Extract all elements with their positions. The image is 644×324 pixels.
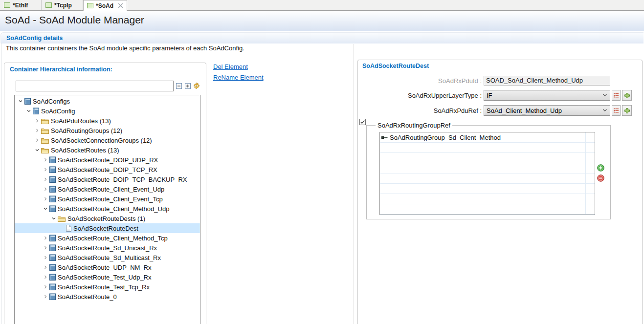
chevron-right-icon[interactable]	[43, 255, 48, 260]
routing-group-ref-list[interactable]: SoAdRoutingGroup_Sd_Client_Method	[379, 132, 595, 215]
tree-item[interactable]: SoAdSocketRoute_Test_Udp_Rx	[15, 272, 200, 282]
chevron-right-icon[interactable]	[43, 275, 48, 280]
chevron-down-icon[interactable]	[34, 148, 40, 152]
tree-item[interactable]: SoAdSocketRoute_DOIP_TCP_RX	[15, 165, 200, 174]
tree-item[interactable]: SoAdSocketRoute_0	[15, 292, 200, 302]
routing-group-list-empty-row[interactable]	[380, 194, 595, 204]
chevron-right-icon[interactable]	[43, 284, 48, 289]
list-select-button[interactable]	[612, 90, 621, 101]
chevron-down-icon[interactable]	[51, 216, 57, 221]
routing-group-list-empty-row[interactable]	[380, 163, 595, 173]
routing-group-list-item[interactable]: SoAdRoutingGroup_Sd_Client_Method	[380, 132, 595, 143]
module-icon	[49, 244, 56, 251]
hierarchy-panel-title: Container Hierarchical information:	[10, 66, 112, 73]
tree-item[interactable]: SoAdSocketRoute_DOIP_UDP_RX	[15, 155, 200, 165]
editor-tabbar: *EthIf*TcpIp*SoAd	[0, 0, 644, 11]
list-select-button[interactable]	[612, 105, 621, 116]
chevron-right-icon[interactable]	[34, 138, 40, 143]
section-header: SoAdConfig details	[0, 32, 644, 43]
editor-title-bar: SoAd - SoAd Module Manager	[0, 11, 644, 31]
tree-item[interactable]: SoAdSocketRoute_Client_Method_Udp	[15, 204, 200, 214]
soadrxpduref-dropdown[interactable]: SoAd_Client_Method_Udp	[484, 105, 610, 116]
tree-item[interactable]: SoAdConfigs	[15, 96, 200, 106]
panel-separator	[354, 44, 354, 324]
tree-item[interactable]: SoAdSocketRoutes (13)	[15, 145, 200, 155]
tree-item[interactable]: SoAdSocketRouteDest	[15, 223, 200, 233]
tree-item[interactable]: SoAdPduRoutes (13)	[15, 116, 200, 126]
tree-item[interactable]: SoAdRoutingGroups (12)	[15, 126, 200, 135]
routing-group-list-empty-row[interactable]	[380, 143, 595, 153]
tree-item-label: SoAdSocketRoute_Client_Method_Udp	[58, 205, 169, 213]
add-button[interactable]	[622, 105, 632, 116]
expand-all-icon[interactable]	[184, 83, 191, 89]
tree-item-label: SoAdSocketRoutes (13)	[51, 147, 119, 154]
tree-item[interactable]: SoAdSocketRoute_Client_Method_Tcp	[15, 233, 200, 243]
collapse-all-icon[interactable]	[176, 83, 182, 89]
tree-item[interactable]: SoAdSocketRoute_Test_Tcp_Rx	[15, 282, 200, 292]
add-reference-button[interactable]	[597, 164, 604, 172]
tab-label: *SoAd	[96, 2, 113, 9]
chevron-down-icon[interactable]	[43, 206, 48, 211]
tree-item[interactable]: SoAdSocketRoute_Sd_Unicast_Rx	[15, 243, 200, 253]
routing-group-list-empty-row[interactable]	[380, 153, 595, 163]
chevron-right-icon[interactable]	[43, 177, 48, 182]
details-panel: SoAdSocketRouteDest SoAdRxPduId : SOAD_S…	[357, 60, 643, 324]
chevron-down-icon[interactable]	[26, 108, 32, 113]
rename-element-link[interactable]: ReName Element	[213, 74, 264, 81]
tree-item[interactable]: SoAdSocketRoute_Client_Event_Udp	[15, 184, 200, 194]
field-row-soadrxpduid: SoAdRxPduId : SOAD_SoAd_Client_Method_Ud…	[358, 76, 610, 86]
folder-icon	[41, 137, 49, 144]
details-panel-title: SoAdSocketRouteDest	[362, 63, 429, 69]
chevron-right-icon[interactable]	[34, 128, 40, 133]
tree-item-label: SoAdSocketRouteDest	[73, 225, 138, 232]
tree-item[interactable]: SoAdSocketRoute_Client_Event_Tcp	[15, 194, 200, 204]
routing-group-list-empty-row[interactable]	[380, 173, 595, 184]
field-label: SoAdRxPduRef :	[358, 107, 482, 114]
module-icon	[49, 186, 56, 193]
tree-item[interactable]: SoAdSocketRoute_Sd_Multicast_Rx	[15, 253, 200, 262]
del-element-link[interactable]: Del Element	[213, 63, 248, 70]
module-icon	[49, 195, 56, 202]
tab-ethif[interactable]: *EthIf	[0, 0, 42, 10]
module-icon	[49, 293, 56, 300]
tab-soad[interactable]: *SoAd	[83, 0, 127, 11]
chevron-right-icon[interactable]	[43, 196, 48, 201]
chevron-right-icon[interactable]	[43, 245, 48, 250]
folder-icon	[41, 147, 49, 153]
tree-filter-input[interactable]	[16, 81, 174, 91]
routing-group-checkbox[interactable]	[359, 119, 366, 125]
close-icon[interactable]	[118, 3, 123, 8]
dropdown-chevron-icon	[602, 109, 607, 112]
module-icon	[49, 176, 56, 183]
chevron-right-icon[interactable]	[43, 294, 48, 299]
chevron-right-icon[interactable]	[43, 236, 48, 240]
routing-group-list-empty-row[interactable]	[380, 184, 595, 194]
module-icon	[49, 156, 56, 163]
tree-item[interactable]: SoAdSocketRoute_UDP_NM_Rx	[15, 262, 200, 272]
field-row-soadrxpduref: SoAdRxPduRef : SoAd_Client_Method_Udp	[358, 105, 632, 116]
tab-module-icon	[45, 2, 52, 8]
remove-reference-button[interactable]	[597, 174, 604, 182]
field-row-soadrxupperlayertype: SoAdRxUpperLayerType : IF	[358, 90, 632, 101]
chevron-down-icon[interactable]	[18, 99, 23, 104]
dropdown-value: SoAd_Client_Method_Udp	[487, 107, 562, 114]
chevron-right-icon[interactable]	[43, 167, 48, 172]
tab-label: *EthIf	[13, 2, 28, 9]
tree-item[interactable]: SoAdSocketRoute_DOIP_TCP_BACKUP_RX	[15, 174, 200, 184]
refresh-icon[interactable]	[193, 82, 200, 89]
tree-item[interactable]: SoAdSocketConnectionGroups (12)	[15, 135, 200, 145]
routing-group-list-empty-row[interactable]	[380, 204, 595, 215]
chevron-right-icon[interactable]	[34, 118, 40, 123]
module-icon	[49, 235, 56, 241]
chevron-right-icon[interactable]	[43, 265, 48, 270]
add-button[interactable]	[622, 90, 632, 101]
chevron-right-icon[interactable]	[43, 187, 48, 192]
chevron-right-icon[interactable]	[43, 157, 48, 162]
tab-tcpip[interactable]: *TcpIp	[42, 0, 83, 10]
tree-item[interactable]: SoAdConfig	[15, 106, 200, 116]
tree-item[interactable]: SoAdSocketRouteDests (1)	[15, 214, 200, 223]
tree-item-label: SoAdSocketRoute_DOIP_TCP_RX	[58, 166, 157, 173]
soadrxupperlayertype-dropdown[interactable]: IF	[484, 90, 610, 101]
dropdown-chevron-icon	[602, 94, 607, 97]
module-icon	[24, 98, 31, 105]
